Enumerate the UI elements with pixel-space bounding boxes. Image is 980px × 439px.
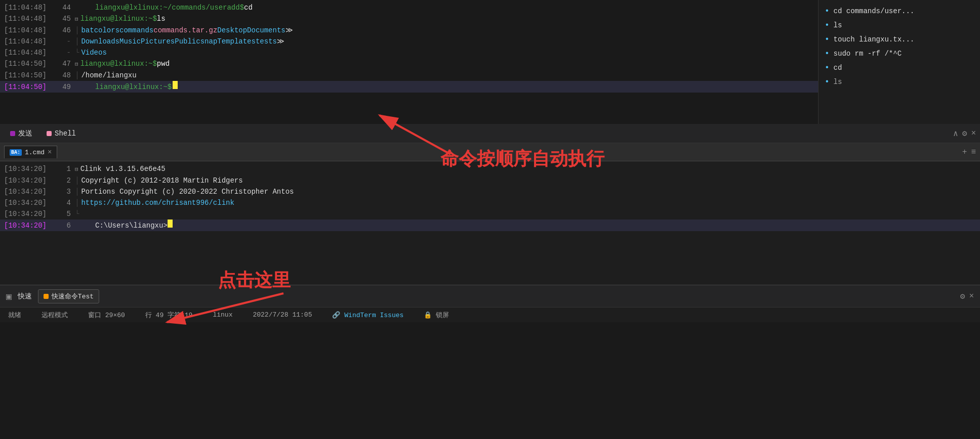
timestamp: [11:04:48]: [4, 47, 55, 58]
status-window: 窗口 29×60: [88, 311, 125, 320]
fold-bar: │: [75, 197, 79, 208]
bullet-icon: •: [825, 76, 830, 87]
terminal-line-active: [10:34:20] 6 C:\Users\liangxu>: [0, 219, 980, 231]
terminal-line: [11:04:48] - │ Downloads Music Pictures …: [0, 36, 818, 47]
tab-shell-label: Shell: [55, 129, 76, 138]
terminal-line: [11:04:50] 48 │ /home/liangxu: [0, 70, 818, 81]
line-number: 46: [55, 25, 75, 36]
fold-bar: │: [75, 36, 79, 47]
minimize-icon[interactable]: ∧: [953, 128, 958, 139]
sidebar-item[interactable]: • sudo rm -rf /*^C: [825, 47, 974, 61]
terminal-line: [11:04:48] 46 │ bat colors commands comm…: [0, 25, 818, 36]
timestamp-active: [11:04:50]: [4, 81, 55, 93]
sidebar-right: • cd commands/user... • ls • touch liang…: [818, 0, 980, 124]
quick-tab[interactable]: 快速命令Test: [38, 289, 99, 303]
line-number: 49: [55, 81, 75, 93]
terminal-line: [11:04:50] 47 ⊟ liangxu@lxlinux:~$ pwd: [0, 58, 818, 70]
issues-label: WindTerm Issues: [344, 312, 403, 319]
fold-space: [75, 81, 95, 93]
cursor: [173, 81, 178, 89]
main-window: [11:04:48] 44 liangxu@lxlinux:~/commands…: [0, 0, 980, 439]
status-issues[interactable]: 🔗 WindTerm Issues: [332, 311, 403, 319]
quick-panel-icon[interactable]: ▣: [6, 291, 12, 302]
line-number: 3: [55, 186, 75, 197]
line-number: 45: [55, 13, 75, 24]
file-videos: Videos: [81, 47, 106, 58]
terminal-line-active: [11:04:50] 49 liangxu@lxlinux:~$: [0, 81, 818, 93]
timestamp-active: [10:34:20]: [4, 220, 55, 231]
link-text[interactable]: https://github.com/chrisant996/clink: [81, 197, 234, 208]
cmd-prompt: C:\Users\liangxu>: [95, 220, 168, 231]
terminal-line: [10:34:20] 2 │ Copyright (c) 2012-2018 M…: [0, 175, 980, 186]
status-lock[interactable]: 🔒 锁屏: [424, 311, 449, 320]
tab-shell[interactable]: Shell: [40, 127, 82, 140]
timestamp: [10:34:20]: [4, 163, 55, 174]
terminal-line: [10:34:20] 1 ⊟ Clink v1.3.15.6e6e45: [0, 163, 980, 175]
sidebar-item-label: sudo rm -rf /*^C: [834, 48, 902, 59]
output-text: Copyright (c) 2012-2018 Martin Ridgers: [81, 175, 242, 186]
timestamp: [10:34:20]: [4, 208, 55, 219]
line-number: 4: [55, 197, 75, 208]
close-icon[interactable]: ×: [971, 129, 976, 138]
terminal-top[interactable]: [11:04:48] 44 liangxu@lxlinux:~/commands…: [0, 0, 818, 124]
network-icon: 🔗: [332, 312, 344, 319]
line-number: 1: [55, 163, 75, 174]
sidebar-item-label: cd: [834, 62, 842, 73]
terminal-line: [10:34:20] 5 └: [0, 208, 980, 219]
bullet-icon: •: [825, 48, 830, 59]
cmd-tab-label: 1.cmd: [25, 149, 45, 156]
status-remote: 远程模式: [42, 311, 68, 320]
terminal-line: [10:34:20] 4 │ https://github.com/chrisa…: [0, 197, 980, 208]
file-colors: colors: [94, 25, 119, 36]
timestamp: [11:04:48]: [4, 2, 55, 13]
timestamp: [10:34:20]: [4, 175, 55, 186]
line-number: -: [55, 36, 75, 47]
status-row: 行 49 字符 19: [145, 311, 193, 320]
add-tab-icon[interactable]: +: [962, 148, 967, 157]
sidebar-item[interactable]: • cd: [825, 61, 974, 75]
menu-icon[interactable]: ≡: [971, 148, 976, 157]
status-os: linux: [213, 311, 232, 319]
command-text: pwd: [157, 58, 170, 69]
cmd-tab-1[interactable]: BA: 1.cmd ×: [4, 146, 57, 158]
fold-bar: │: [75, 186, 79, 197]
cmd-tab-close-icon[interactable]: ×: [48, 148, 52, 156]
line-number: -: [55, 47, 75, 58]
sidebar-item[interactable]: • touch liangxu.tx...: [825, 32, 974, 47]
tab-send[interactable]: 发送: [4, 127, 38, 140]
timestamp: [11:04:48]: [4, 36, 55, 47]
send-dot-icon: [10, 131, 15, 136]
cursor: [168, 219, 173, 228]
bullet-icon: •: [825, 62, 830, 73]
timestamp: [11:04:48]: [4, 13, 55, 24]
line-number: 48: [55, 70, 75, 81]
space: ≫: [277, 36, 284, 47]
sidebar-item[interactable]: • cd commands/user...: [825, 4, 974, 18]
fold-bar: │: [75, 25, 79, 36]
quick-close-icon[interactable]: ×: [969, 292, 974, 301]
sidebar-item-label: cd commands/user...: [834, 6, 915, 17]
file-documents: Documents: [247, 25, 285, 36]
sidebar-item[interactable]: • ls: [825, 18, 974, 32]
bullet-icon: •: [825, 20, 830, 31]
file-desktop: Desktop: [217, 25, 247, 36]
timestamp: [10:34:20]: [4, 197, 55, 208]
fold-icon: ⊟: [75, 14, 78, 25]
cmd-terminal-content[interactable]: [10:34:20] 1 ⊟ Clink v1.3.15.6e6e45 [10:…: [0, 161, 980, 285]
tab-bar-controls: ∧ ⚙ ×: [953, 128, 976, 139]
sidebar-item[interactable]: • ls: [825, 75, 974, 89]
sidebar-item-label: ls: [834, 20, 842, 31]
command-text: ls: [157, 13, 166, 24]
quick-settings-icon[interactable]: ⚙: [960, 291, 965, 301]
line-number: 5: [55, 208, 75, 219]
file-snap: snap: [200, 36, 218, 47]
timestamp: [11:04:50]: [4, 70, 55, 81]
line-number: 44: [55, 2, 75, 13]
bullet-icon: •: [825, 34, 830, 45]
fold-end: └: [75, 47, 79, 58]
terminal-line: [11:04:48] 45 ⊟ liangxu@lxlinux:~$ ls: [0, 13, 818, 25]
quick-label: 快速: [18, 292, 32, 301]
output-text: Portions Copyright (c) 2020-2022 Christo…: [81, 186, 294, 197]
terminal-line: [11:04:48] - └ Videos: [0, 47, 818, 58]
settings-icon[interactable]: ⚙: [962, 128, 967, 139]
